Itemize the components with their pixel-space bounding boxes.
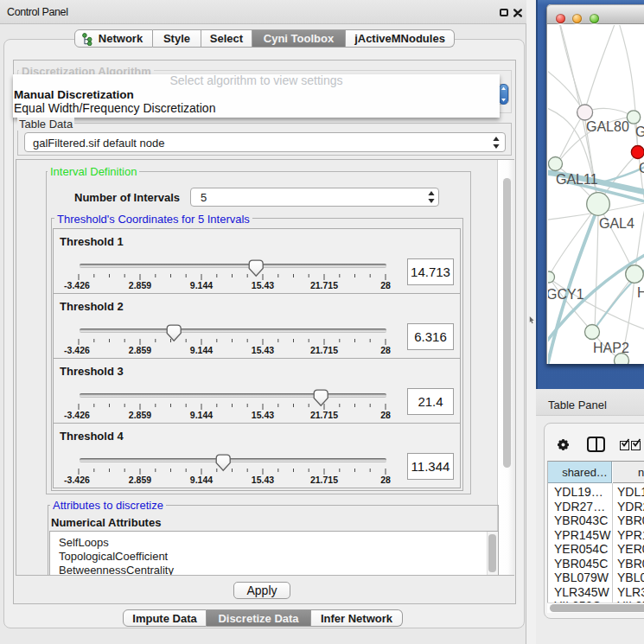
svg-text:HAP2: HAP2 (593, 341, 629, 355)
svg-text:GAL80: GAL80 (586, 119, 629, 134)
svg-text:GAL4: GAL4 (599, 216, 634, 231)
svg-text:H: H (637, 285, 644, 300)
svg-text:GAL11: GAL11 (556, 172, 598, 187)
svg-text:GCY1: GCY1 (548, 287, 584, 302)
svg-text:G.: G. (635, 124, 644, 139)
svg-text:C: C (639, 161, 644, 175)
